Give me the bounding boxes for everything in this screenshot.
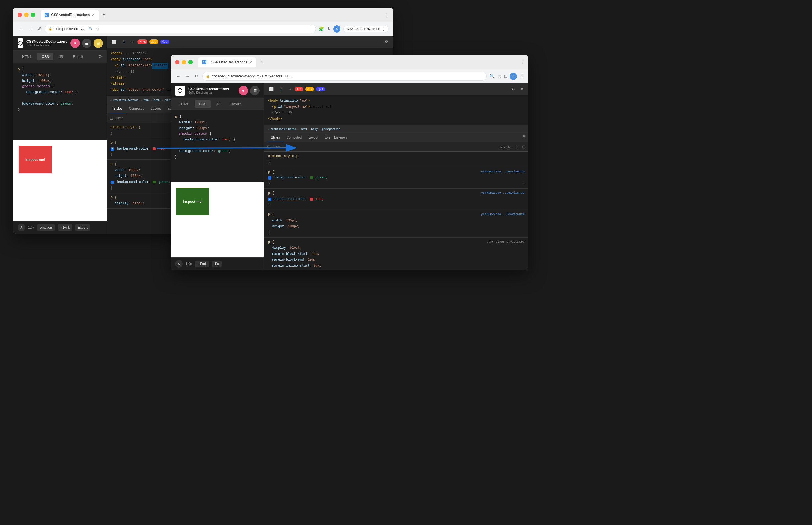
new-tab-button-1[interactable]: + (100, 11, 108, 19)
bookmark-icon-1[interactable]: ☆ (96, 27, 99, 31)
address-bar-2[interactable]: 🔒 codepen.io/sofiayem/pen/yLmYEmZ?editor… (202, 72, 487, 81)
tab-js-1[interactable]: JS (54, 53, 67, 60)
css-editor-2[interactable]: p { width: 100px; height: 100px; @media … (171, 110, 264, 182)
like-button-1[interactable]: ♥ (71, 39, 80, 48)
close-button[interactable] (18, 13, 22, 17)
tab-close-1[interactable]: ✕ (92, 13, 95, 17)
bc2-item-1[interactable]: result.result-iframe. (271, 127, 297, 131)
close-button-2[interactable] (175, 60, 179, 64)
forward-button-1[interactable]: → (27, 25, 34, 32)
tab-menu-icon[interactable]: ⋮ (385, 13, 389, 17)
profile-avatar-1[interactable]: S (333, 25, 341, 32)
style2-section-element: element.style { } (264, 152, 529, 167)
tab-close-2[interactable]: ✕ (249, 60, 252, 64)
code-line-1: p { (18, 67, 102, 72)
breadcrumb-2: ◂ result.result-iframe. › html › body › … (264, 124, 529, 133)
tab-computed-1[interactable]: Computed (126, 104, 147, 113)
checkbox-bggreen-1[interactable]: ✓ (111, 181, 114, 184)
bc2-item-2[interactable]: html (301, 127, 307, 131)
error-count-1: 26 (142, 40, 146, 44)
codepen-panel-2: CSSNestedDeclarations Sofia Emelianova ♥… (171, 83, 264, 270)
tab-computed-2[interactable]: Computed (283, 133, 305, 142)
tab-layout-2[interactable]: Layout (305, 133, 322, 142)
new-chrome-badge[interactable]: New Chrome available ⋮ (343, 26, 389, 32)
zoom-icon-2[interactable]: 🔍 (489, 74, 495, 79)
tab-menu-icon-2[interactable]: ⋮ (520, 60, 524, 64)
devtools-close-2[interactable]: ✕ (519, 86, 525, 92)
extensions-icon-1[interactable]: 🧩 (319, 26, 324, 31)
p2-selector-red: p { yLmYEmZ?ano...ue&view=33 (268, 190, 525, 196)
back-button-1[interactable]: ← (18, 25, 24, 32)
collection-btn-1[interactable]: ollection (37, 224, 55, 230)
tab-html-2[interactable]: HTML (175, 100, 193, 108)
forward-button-2[interactable]: → (184, 73, 191, 80)
devtools-settings-1[interactable]: ⚙ (383, 39, 390, 45)
tab-html-1[interactable]: HTML (18, 53, 36, 60)
filter-input-2[interactable] (273, 145, 497, 149)
add-prop-btn-2[interactable]: + (523, 181, 525, 187)
tab-css-1[interactable]: CSS (37, 53, 53, 60)
bc-item-1[interactable]: result.result-iframe. (113, 98, 139, 102)
fork-btn-2[interactable]: ⑂ Fork (194, 261, 209, 267)
more-tools-icon-1[interactable]: » (130, 39, 135, 45)
minimize-button[interactable] (24, 13, 29, 17)
checkbox-bgred-1[interactable]: ✓ (111, 147, 114, 151)
export-btn-1[interactable]: Export (75, 224, 90, 230)
reload-button-2[interactable]: ↺ (194, 72, 200, 80)
warn-count-2: 2 (311, 88, 312, 91)
share-icon-2[interactable]: □ (504, 74, 507, 79)
checkbox2-bgred[interactable]: ✓ (268, 198, 271, 201)
tab-styles-1[interactable]: Styles (110, 104, 126, 113)
css-editor-1[interactable]: p { width: 100px; height: 100px; @media … (13, 63, 107, 140)
bc-item-2[interactable]: html (144, 98, 150, 102)
reload-button-1[interactable]: ↺ (36, 25, 42, 32)
bookmark-icon-2[interactable]: ☆ (498, 74, 501, 79)
more-menu-2[interactable]: ⋮ (520, 74, 524, 79)
device-icon-1[interactable]: 📱 (120, 39, 128, 45)
more-tools-icon-2[interactable]: » (287, 86, 293, 92)
tab-css-2[interactable]: CSS (194, 100, 211, 108)
menu-button-1[interactable]: ☰ (82, 39, 91, 48)
inspect-label-red-1: Inspect me! (25, 158, 45, 162)
info-badge-1: 🛈2 (160, 40, 169, 44)
new-tab-button-2[interactable]: + (257, 58, 265, 66)
filter-hints-2: :hov .cls + (499, 146, 513, 149)
svg-marker-2 (178, 88, 182, 93)
browser-tab-1[interactable]: CP CSSNestedDeclarations ✕ (41, 10, 98, 20)
export-btn-2[interactable]: Ex (212, 261, 222, 267)
console-toggle-1[interactable]: ∧ (18, 224, 25, 231)
inspector-icon-2[interactable]: ⬜ (268, 86, 275, 92)
bookmark-button-1[interactable]: ⊞ (94, 39, 103, 48)
bc-item-3[interactable]: body (154, 98, 160, 102)
console-toggle-2[interactable]: ∧ (175, 260, 183, 268)
traffic-lights-2 (175, 60, 193, 64)
style-toggle-2[interactable]: ⊞ (522, 144, 526, 150)
fork-btn-1[interactable]: ⑂ Fork (58, 224, 73, 230)
tab-layout-1[interactable]: Layout (147, 104, 164, 113)
profile-avatar-2[interactable]: S (510, 73, 517, 80)
editor-settings-gear-1[interactable]: ⚙ (98, 54, 102, 59)
menu-button-2[interactable]: ☰ (250, 86, 260, 95)
tab-event-2[interactable]: Event Listeners (322, 133, 351, 142)
devtools-settings-2[interactable]: ⚙ (510, 86, 517, 92)
download-icon-1[interactable]: ⬇ (327, 26, 331, 31)
checkbox2-bggreen[interactable]: ✓ (268, 176, 271, 180)
tab-result-1[interactable]: Result (68, 53, 88, 60)
add-style-btn-2[interactable]: □ (516, 145, 519, 150)
maximize-button[interactable] (31, 13, 35, 17)
device-icon-2[interactable]: 📱 (278, 86, 285, 92)
tab-js-2[interactable]: JS (212, 100, 225, 108)
maximize-button-2[interactable] (188, 60, 193, 64)
inspector-icon-1[interactable]: ⬜ (110, 39, 118, 45)
bc2-item-4[interactable]: p#inspect-me (322, 127, 340, 131)
tab-result-2[interactable]: Result (226, 100, 245, 108)
like-button-2[interactable]: ♥ (239, 86, 248, 95)
minimize-button-2[interactable] (182, 60, 186, 64)
more-tabs-2[interactable]: » (523, 133, 525, 142)
tab-styles-2[interactable]: Styles (268, 133, 283, 142)
address-bar-1[interactable]: 🔒 codepen.io/sofiay... 🔍 ☆ (45, 25, 316, 33)
browser-tab-2[interactable]: CP CSSNestedDeclarations ✕ (198, 57, 256, 67)
back-button-2[interactable]: ← (175, 73, 182, 80)
cp-header-1: CSSNestedDeclarations Sofia Emelianova ♥… (13, 36, 107, 51)
bc2-item-3[interactable]: body (311, 127, 318, 131)
